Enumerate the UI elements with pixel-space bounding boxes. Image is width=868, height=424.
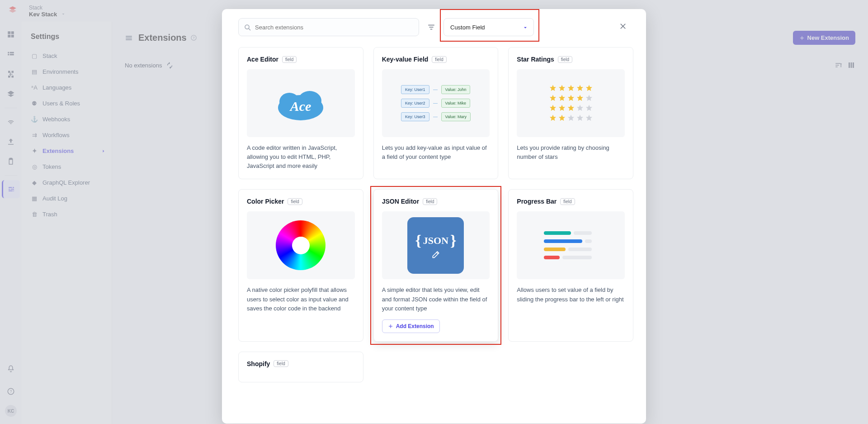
card-title: Color Picker bbox=[247, 198, 284, 205]
search-icon bbox=[244, 24, 252, 32]
card-thumbnail bbox=[247, 211, 355, 279]
modal-body: Ace EditorfieldAceA code editor written … bbox=[222, 43, 646, 424]
card-description: A simple editor that lets you view, edit… bbox=[382, 286, 490, 313]
card-badge: field bbox=[558, 56, 572, 63]
card-description: Lets you provide rating by choosing numb… bbox=[517, 143, 625, 162]
filter-select[interactable]: Custom Field bbox=[443, 18, 534, 36]
modal-header: Custom Field bbox=[222, 9, 646, 43]
card-badge: field bbox=[282, 56, 297, 63]
extension-card[interactable]: Progress BarfieldAllows users to set val… bbox=[508, 189, 633, 341]
card-thumbnail bbox=[517, 211, 625, 279]
svg-text:Ace: Ace bbox=[289, 99, 311, 114]
filter-select-wrapper: Custom Field bbox=[443, 18, 534, 36]
card-thumbnail: Ace bbox=[247, 69, 355, 137]
modal-overlay[interactable]: Custom Field Ace EditorfieldAceA code ed… bbox=[0, 0, 868, 424]
card-badge: field bbox=[274, 360, 288, 367]
card-title: Key-value Field bbox=[382, 56, 429, 63]
svg-point-4 bbox=[245, 25, 249, 29]
add-extension-button[interactable]: Add Extension bbox=[382, 319, 440, 333]
card-description: Lets you add key-value as input value of… bbox=[382, 143, 490, 162]
add-extension-label: Add Extension bbox=[396, 323, 434, 329]
card-badge: field bbox=[432, 56, 446, 63]
card-description: A native color picker polyfill that allo… bbox=[247, 286, 355, 313]
extension-card[interactable]: Shopifyfield bbox=[238, 352, 363, 382]
close-icon bbox=[619, 22, 627, 30]
plus-icon bbox=[388, 324, 393, 329]
search-input[interactable] bbox=[238, 18, 419, 36]
card-thumbnail bbox=[517, 69, 625, 137]
card-title: JSON Editor bbox=[382, 198, 419, 205]
card-title: Ace Editor bbox=[247, 56, 278, 63]
filter-icon[interactable] bbox=[427, 23, 435, 31]
extension-card[interactable]: Ace EditorfieldAceA code editor written … bbox=[238, 47, 363, 179]
search-wrapper bbox=[238, 18, 419, 36]
card-title: Star Ratings bbox=[517, 56, 554, 63]
extension-card[interactable]: JSON Editorfield{JSON}A simple editor th… bbox=[373, 189, 499, 341]
card-title: Shopify bbox=[247, 360, 270, 367]
card-thumbnail: {JSON} bbox=[382, 211, 490, 279]
extension-card[interactable]: Color PickerfieldA native color picker p… bbox=[238, 189, 363, 341]
card-title: Progress Bar bbox=[517, 198, 557, 205]
extensions-modal: Custom Field Ace EditorfieldAceA code ed… bbox=[222, 9, 646, 424]
card-description: A code editor written in JavaScript, all… bbox=[247, 143, 355, 171]
extension-card[interactable]: Star RatingsfieldLets you provide rating… bbox=[508, 47, 633, 179]
card-thumbnail: Key: User1Value: JohnKey: User2Value: Mi… bbox=[382, 69, 490, 137]
card-badge: field bbox=[423, 198, 437, 205]
card-description: Allows users to set value of a field by … bbox=[517, 286, 625, 304]
close-button[interactable] bbox=[616, 19, 630, 35]
card-badge: field bbox=[288, 198, 302, 205]
extension-card[interactable]: Key-value FieldfieldKey: User1Value: Joh… bbox=[373, 47, 499, 179]
card-badge: field bbox=[560, 198, 575, 205]
cards-grid: Ace EditorfieldAceA code editor written … bbox=[238, 47, 633, 382]
